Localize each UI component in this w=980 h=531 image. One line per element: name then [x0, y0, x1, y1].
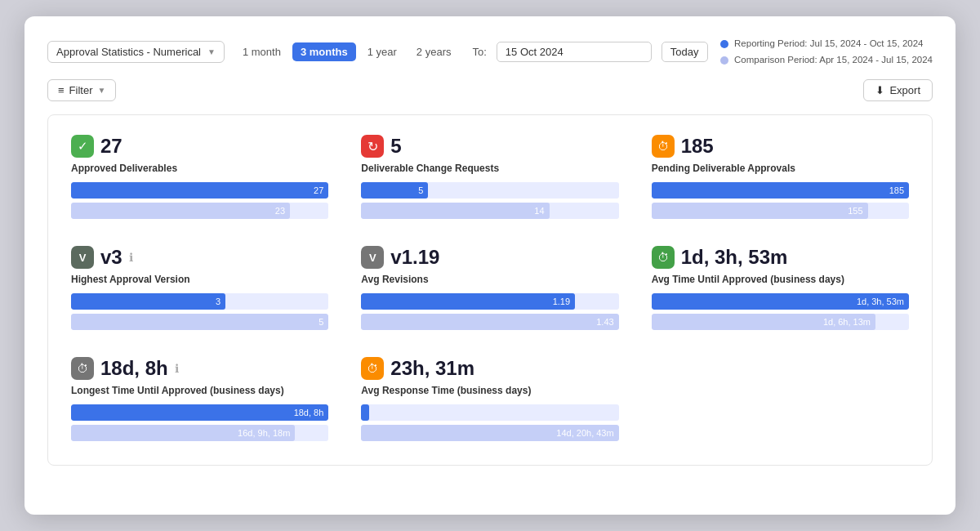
primary-bar-label: 5 [418, 185, 423, 195]
primary-bar-fill: 185 [652, 182, 909, 199]
stat-icon: V [361, 246, 384, 269]
period-1month-btn[interactable]: 1 month [234, 42, 289, 61]
primary-bar-fill: 5 [361, 182, 428, 199]
period-3months-btn[interactable]: 3 months [292, 42, 356, 61]
primary-bar-row: 1d, 3h, 53m [652, 293, 909, 310]
primary-bar-label: 1d, 3h, 53m [857, 297, 904, 306]
stat-label: Avg Revisions [361, 274, 618, 285]
period-1year-btn[interactable]: 1 year [359, 42, 405, 61]
stats-type-label: Approval Statistics - Numerical [56, 46, 201, 58]
stat-card: ✓ 27 Approved Deliverables 27 23 [71, 135, 328, 223]
secondary-bar-row: 1d, 6h, 13m [652, 314, 909, 330]
primary-bar-fill [361, 404, 368, 421]
stat-icon: ⏱ [71, 357, 94, 380]
primary-bar-track: 3 [71, 293, 328, 310]
stat-value: 5 [390, 135, 401, 158]
secondary-bar-track: 155 [652, 203, 909, 219]
stat-value: 27 [100, 135, 122, 158]
secondary-bar-row: 14d, 20h, 43m [361, 425, 618, 441]
stat-header: ⏱ 23h, 31m [361, 357, 618, 380]
secondary-bar-row: 5 [71, 314, 328, 330]
stat-value: 185 [681, 135, 714, 158]
comparison-period-value: Apr 15, 2024 - Jul 15, 2024 [819, 55, 933, 65]
primary-bar-row: 18d, 8h [71, 404, 328, 421]
secondary-bar-track: 5 [71, 314, 328, 330]
info-icon[interactable]: ℹ [175, 362, 179, 375]
filter-icon: ≡ [58, 84, 65, 96]
secondary-bar-row: 1.43 [361, 314, 618, 330]
secondary-bar-label: 23 [275, 206, 285, 216]
primary-bar-track: 185 [652, 182, 909, 199]
secondary-bar-row: 155 [652, 203, 909, 219]
export-button[interactable]: ⬇ Export [863, 79, 933, 101]
stat-header: ⏱ 1d, 3h, 53m [652, 246, 909, 269]
action-bar: ≡ Filter ▼ ⬇ Export [47, 79, 933, 101]
comparison-dot [720, 56, 728, 65]
stat-value: v1.19 [390, 246, 439, 269]
stat-value: 1d, 3h, 53m [681, 246, 788, 269]
period-2years-btn[interactable]: 2 years [408, 42, 460, 61]
primary-bar-fill: 3 [71, 293, 225, 310]
secondary-bar-fill: 16d, 9h, 18m [71, 425, 295, 441]
period-buttons: 1 month 3 months 1 year 2 years [234, 42, 460, 61]
stats-grid: ✓ 27 Approved Deliverables 27 23 ↻ 5 D [71, 135, 909, 445]
secondary-bar-row: 23 [71, 203, 328, 219]
stat-card: ⏱ 1d, 3h, 53m Avg Time Until Approved (b… [652, 246, 909, 334]
primary-bar-track [361, 404, 618, 421]
stat-value: v3 [100, 246, 122, 269]
stat-label: Avg Response Time (business days) [361, 385, 618, 396]
primary-bar-row: 1.19 [361, 293, 618, 310]
primary-bar-row: 3 [71, 293, 328, 310]
stat-icon: ✓ [71, 135, 94, 158]
secondary-bar-fill: 1.43 [361, 314, 618, 330]
filter-button[interactable]: ≡ Filter ▼ [47, 79, 116, 101]
secondary-bar-track: 23 [71, 203, 328, 219]
stat-icon: V [71, 246, 94, 269]
primary-bar-track: 5 [361, 182, 618, 199]
info-icon[interactable]: ℹ [129, 251, 133, 264]
reporting-period-info: Reporting Period: Jul 15, 2024 - Oct 15,… [720, 36, 933, 68]
export-icon: ⬇ [875, 84, 884, 96]
primary-bar-fill: 27 [71, 182, 328, 199]
reporting-dot [720, 40, 728, 48]
primary-bar-row [361, 404, 618, 421]
stat-label: Deliverable Change Requests [361, 163, 618, 174]
primary-bar-track: 27 [71, 182, 328, 199]
primary-bar-label: 185 [889, 185, 904, 195]
secondary-bar-label: 14d, 20h, 43m [556, 428, 613, 438]
stat-card: ⏱ 185 Pending Deliverable Approvals 185 … [652, 135, 909, 223]
secondary-bar-track: 14 [361, 203, 618, 219]
secondary-bar-label: 1.43 [596, 317, 613, 327]
secondary-bar-fill: 1d, 6h, 13m [652, 314, 875, 330]
stat-icon: ⏱ [652, 246, 675, 269]
secondary-bar-fill: 5 [71, 314, 328, 330]
reporting-period-label: Reporting Period: [734, 38, 808, 48]
secondary-bar-track: 1.43 [361, 314, 618, 330]
secondary-bar-track: 14d, 20h, 43m [361, 425, 618, 441]
primary-bar-label: 3 [216, 297, 220, 306]
secondary-bar-row: 14 [361, 203, 618, 219]
stats-type-dropdown[interactable]: Approval Statistics - Numerical ▼ [47, 41, 225, 63]
stat-header: ⏱ 18d, 8h ℹ [71, 357, 328, 380]
filter-label: Filter [69, 84, 93, 96]
primary-bar-row: 5 [361, 182, 618, 199]
primary-bar-label: 18d, 8h [294, 408, 324, 417]
stat-label: Avg Time Until Approved (business days) [652, 274, 909, 285]
filter-arrow-icon: ▼ [97, 86, 105, 95]
secondary-bar-track: 16d, 9h, 18m [71, 425, 328, 441]
stat-value: 18d, 8h [100, 357, 168, 380]
stat-icon: ⏱ [361, 357, 384, 380]
date-input[interactable] [497, 42, 652, 62]
secondary-bar-fill: 155 [652, 203, 868, 219]
stat-icon: ↻ [361, 135, 384, 158]
today-button[interactable]: Today [662, 42, 708, 62]
primary-bar-track: 18d, 8h [71, 404, 328, 421]
stat-header: ✓ 27 [71, 135, 328, 158]
secondary-bar-track: 1d, 6h, 13m [652, 314, 909, 330]
stat-header: V v1.19 [361, 246, 618, 269]
primary-bar-label: 27 [314, 185, 323, 195]
stat-value: 23h, 31m [390, 357, 474, 380]
comparison-period-label: Comparison Period: [734, 55, 817, 65]
stat-header: ↻ 5 [361, 135, 618, 158]
secondary-bar-label: 1d, 6h, 13m [823, 317, 871, 327]
